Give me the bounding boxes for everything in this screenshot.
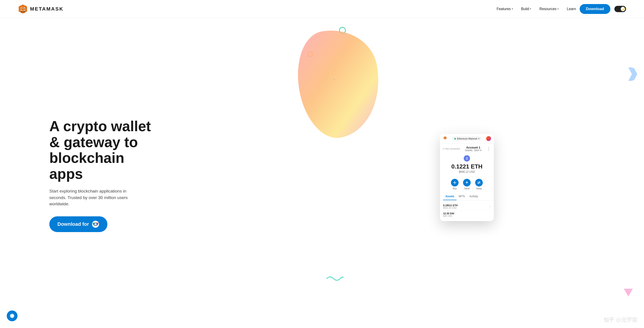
buy-button[interactable]: Buy xyxy=(451,179,458,190)
cta-label: Download for xyxy=(58,221,89,227)
chevron-down-icon: ▾ xyxy=(558,8,559,10)
not-connected-dot xyxy=(443,148,444,149)
network-chevron-icon: ▾ xyxy=(478,137,480,140)
svg-point-18 xyxy=(444,138,445,139)
moon-icon: 🌙 xyxy=(621,7,625,10)
chevron-down-icon: ▾ xyxy=(530,8,531,10)
network-status-dot xyxy=(454,138,456,139)
navbar: METAMASK Features ▾ Build ▾ Resources ▾ … xyxy=(0,0,644,18)
wallet-tabs: Assets NFTs Activity xyxy=(440,193,494,200)
eth-icon: Ξ xyxy=(464,155,470,161)
not-connected-status: Not connected xyxy=(443,148,460,150)
network-name: Ethereum Mainnet xyxy=(457,137,477,140)
svg-point-14 xyxy=(94,223,96,225)
watermark: 知乎 @元宇宙 xyxy=(604,316,637,323)
tab-assets[interactable]: Assets xyxy=(443,193,456,200)
send-button[interactable]: Send xyxy=(463,179,471,190)
hero-title: A crypto wallet & gateway to blockchain … xyxy=(49,118,157,182)
svg-point-10 xyxy=(24,8,25,9)
wallet-assets-list: 0.19511 ETH $551.15 USD › 12.35 DAI $35 … xyxy=(440,200,494,221)
logo[interactable]: METAMASK xyxy=(18,4,64,14)
logo-text: METAMASK xyxy=(30,6,64,12)
wallet-fox-icon xyxy=(443,136,448,141)
account-name: Account 1 xyxy=(465,146,482,149)
asset-arrow-icon: › xyxy=(490,205,491,208)
tab-activity[interactable]: Activity xyxy=(467,193,480,200)
teal-squiggle-decoration xyxy=(326,274,344,283)
swap-button[interactable]: Swap xyxy=(475,179,483,190)
nav-learn[interactable]: Learn xyxy=(567,7,576,11)
wallet-avatar xyxy=(486,136,491,141)
asset-dai-row: 12.35 DAI $35 USD xyxy=(443,211,490,219)
settings-button[interactable] xyxy=(7,310,18,321)
hero-subtitle: Start exploring blockchain applications … xyxy=(49,188,144,207)
wallet-account-bar: Not connected Account 1 0x5e66...5924 ⧉ … xyxy=(440,143,494,153)
dark-mode-toggle[interactable]: 🌙 xyxy=(614,6,626,12)
settings-icon xyxy=(10,313,14,318)
gradient-blob xyxy=(290,23,388,143)
hero-visual: Ethereum Mainnet ▾ Not connected Account… xyxy=(290,18,644,328)
hero-cta-button[interactable]: Download for xyxy=(49,216,108,232)
chrome-icon xyxy=(92,220,99,228)
chevron-down-icon: ▾ xyxy=(512,8,513,10)
svg-marker-15 xyxy=(444,136,447,139)
wallet-network: Ethereum Mainnet ▾ xyxy=(452,136,482,141)
hero-content: A crypto wallet & gateway to blockchain … xyxy=(49,118,157,232)
wallet-address: 0x5e66...5924 ⧉ xyxy=(465,149,482,152)
tab-nfts[interactable]: NFTs xyxy=(456,193,467,200)
wallet-mockup: Ethereum Mainnet ▾ Not connected Account… xyxy=(440,134,494,221)
svg-point-9 xyxy=(21,8,22,9)
wallet-menu-dots[interactable]: ⋮ xyxy=(486,146,490,151)
wallet-top-bar: Ethereum Mainnet ▾ xyxy=(440,134,494,143)
eth-balance: 0.1221 ETH xyxy=(443,163,490,170)
asset-eth-row: 0.19511 ETH $551.15 USD › xyxy=(443,203,490,211)
nav-download-button[interactable]: Download xyxy=(580,4,610,14)
nav-resources[interactable]: Resources ▾ xyxy=(539,7,558,11)
nav-links: Features ▾ Build ▾ Resources ▾ Learn xyxy=(497,7,576,11)
hero-section: A crypto wallet & gateway to blockchain … xyxy=(0,18,644,328)
pink-triangle-decoration xyxy=(624,289,633,296)
wallet-actions: Buy Send Swap xyxy=(440,177,494,193)
nav-build[interactable]: Build ▾ xyxy=(521,7,532,11)
svg-point-19 xyxy=(446,138,446,139)
wallet-balance-area: Ξ 0.1221 ETH $696.12 USD xyxy=(440,153,494,177)
svg-marker-1 xyxy=(20,5,26,10)
blue-moon-decoration xyxy=(628,67,637,81)
nav-features[interactable]: Features ▾ xyxy=(497,7,513,11)
copy-icon: ⧉ xyxy=(480,149,482,152)
metamask-fox-icon xyxy=(18,4,28,14)
usd-balance: $696.12 USD xyxy=(443,170,490,174)
